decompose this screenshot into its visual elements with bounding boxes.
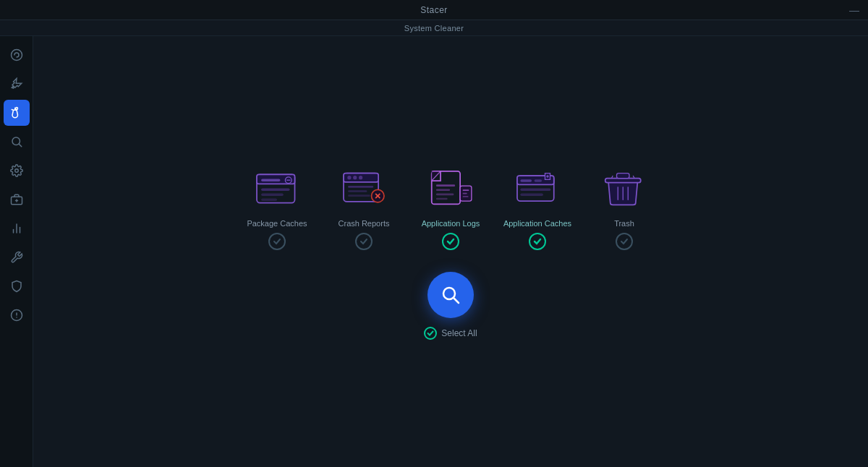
trash-icon xyxy=(595,163,653,214)
cleaner-items-row: Package Caches xyxy=(241,163,660,250)
app-title: Stacer xyxy=(420,5,448,15)
svg-rect-38 xyxy=(463,189,469,191)
select-all-row[interactable]: Select All xyxy=(424,327,477,340)
svg-line-2 xyxy=(19,144,21,146)
svg-rect-49 xyxy=(605,178,641,182)
svg-rect-44 xyxy=(535,179,542,182)
svg-line-57 xyxy=(454,299,459,304)
svg-rect-28 xyxy=(348,194,370,197)
svg-rect-43 xyxy=(520,179,532,182)
application-caches-check[interactable] xyxy=(529,233,546,250)
application-logs-label: Application Logs xyxy=(422,218,480,228)
svg-point-3 xyxy=(14,169,18,173)
sidebar-item-search[interactable] xyxy=(4,129,30,155)
svg-rect-16 xyxy=(261,188,289,191)
svg-rect-40 xyxy=(463,196,469,197)
content-area: Package Caches xyxy=(33,36,868,467)
svg-rect-15 xyxy=(261,179,280,181)
close-button[interactable]: — xyxy=(849,4,859,16)
svg-point-56 xyxy=(443,288,455,299)
sidebar-item-dashboard[interactable] xyxy=(4,42,30,68)
svg-rect-34 xyxy=(436,189,450,191)
application-caches-icon xyxy=(509,163,566,214)
svg-point-23 xyxy=(347,176,351,179)
svg-rect-33 xyxy=(436,184,455,187)
sidebar-item-packages[interactable] xyxy=(4,187,30,213)
crash-reports-icon xyxy=(335,163,393,214)
svg-rect-17 xyxy=(261,193,284,196)
svg-rect-45 xyxy=(520,188,550,191)
svg-rect-27 xyxy=(348,190,367,192)
cleaner-item-package-caches[interactable]: Package Caches xyxy=(241,163,313,250)
sidebar-item-startup[interactable] xyxy=(4,71,30,97)
svg-rect-35 xyxy=(436,193,454,195)
sidebar xyxy=(0,36,33,467)
svg-rect-39 xyxy=(463,193,467,194)
page-title: System Cleaner xyxy=(404,24,464,33)
package-caches-check[interactable] xyxy=(268,233,286,250)
package-caches-label: Package Caches xyxy=(247,218,307,228)
trash-label: Trash xyxy=(614,218,634,228)
svg-point-24 xyxy=(353,176,357,179)
scan-section: Select All xyxy=(424,272,477,340)
sidebar-item-gnome[interactable] xyxy=(4,273,30,299)
application-logs-check[interactable] xyxy=(442,233,459,250)
main-layout: Package Caches xyxy=(0,36,868,467)
application-logs-icon xyxy=(422,163,480,214)
cleaner-item-trash[interactable]: Trash xyxy=(588,163,660,250)
cleaner-item-crash-reports[interactable]: Crash Reports xyxy=(328,163,400,250)
scan-button[interactable] xyxy=(427,272,474,318)
cleaner-item-application-logs[interactable]: Application Logs xyxy=(414,163,487,250)
svg-rect-46 xyxy=(520,193,543,196)
svg-rect-50 xyxy=(617,173,630,178)
svg-point-25 xyxy=(359,176,362,179)
sidebar-item-apps[interactable] xyxy=(4,302,30,328)
svg-point-0 xyxy=(15,108,17,110)
svg-point-1 xyxy=(12,137,20,145)
application-caches-label: Application Caches xyxy=(503,218,571,228)
header-strip: System Cleaner xyxy=(0,20,868,36)
package-caches-icon xyxy=(248,163,306,214)
sidebar-item-stats[interactable] xyxy=(4,215,30,241)
trash-check[interactable] xyxy=(616,233,633,250)
titlebar: Stacer — xyxy=(0,0,868,20)
cleaner-item-application-caches[interactable]: Application Caches xyxy=(501,163,574,250)
sidebar-item-settings[interactable] xyxy=(4,158,30,184)
svg-rect-26 xyxy=(348,186,373,188)
crash-reports-check[interactable] xyxy=(355,233,373,250)
select-all-check[interactable] xyxy=(424,327,437,340)
sidebar-item-cleaner[interactable] xyxy=(4,100,30,126)
svg-rect-18 xyxy=(261,198,277,201)
select-all-label: Select All xyxy=(441,328,477,338)
svg-rect-36 xyxy=(436,198,448,200)
sidebar-item-tools[interactable] xyxy=(4,244,30,270)
crash-reports-label: Crash Reports xyxy=(339,218,390,228)
